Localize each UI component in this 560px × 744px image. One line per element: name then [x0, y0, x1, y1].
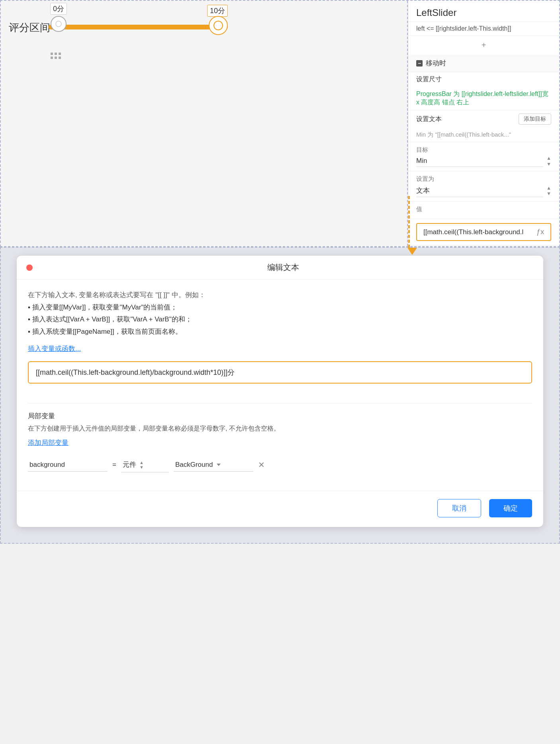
slider-left-handle[interactable]	[51, 16, 67, 32]
action-row: 删除 完成	[408, 245, 559, 246]
panel-title: LeftSlider	[408, 1, 559, 22]
slider-right-handle[interactable]	[209, 16, 228, 35]
setto-field-group: 设置为 文本 ▲ ▼	[408, 171, 559, 202]
right-panel: LeftSlider left <= [[rightslider.left-Th…	[408, 1, 559, 246]
preview-row: Min 为 "[[math.ceil((This.left-back..."	[408, 128, 559, 142]
fx-button[interactable]: ƒx	[537, 228, 544, 236]
var-row: = 元件 ▲ ▼ BackGround ✕	[28, 454, 532, 476]
slider-track: 0分 10分	[49, 25, 228, 29]
modal-overlay: 编辑文本 在下方输入文本, 变量名称或表达式要写在 "[[ ]]" 中。例如： …	[0, 247, 560, 544]
set-text-row: 设置文本 添加目标	[408, 110, 559, 128]
modal-title: 编辑文本	[33, 262, 534, 273]
expression-input[interactable]: [[math.ceil((This.left-background.left)/…	[28, 361, 532, 384]
select-arrows: ▲ ▼	[139, 460, 144, 470]
value-box-highlighted[interactable]: [[math.ceil((This.left-background.l ƒx	[416, 223, 551, 241]
target-value[interactable]: Min	[416, 155, 543, 167]
handle-dots	[51, 53, 62, 60]
score-label: 评分区间	[9, 21, 50, 35]
value-text: [[math.ceil((This.left-background.l	[423, 228, 533, 236]
target-arrow-up[interactable]: ▲	[546, 155, 551, 161]
expression-empty-line	[28, 388, 532, 403]
modal-instruction: 在下方输入文本, 变量名称或表达式要写在 "[[ ]]" 中。例如： ▪ 插入变…	[28, 289, 532, 338]
confirm-button[interactable]: 确定	[489, 499, 532, 517]
setto-arrow-down[interactable]: ▼	[546, 191, 551, 196]
add-var-link[interactable]: 添加局部变量	[28, 438, 532, 447]
equals-sign: =	[112, 461, 116, 469]
value-field-group: 值	[408, 202, 559, 219]
progressbar-row: ProgressBar 为 [[rightslider.left-leftsli…	[408, 87, 559, 110]
cancel-button[interactable]: 取消	[437, 499, 481, 517]
add-target-button[interactable]: 添加目标	[519, 114, 551, 125]
plus-icon-top[interactable]: +	[408, 36, 559, 55]
slider-container: 0分 10分	[49, 13, 228, 29]
setto-arrow-up[interactable]: ▲	[546, 185, 551, 191]
modal-body: 在下方输入文本, 变量名称或表达式要写在 "[[ ]]" 中。例如： ▪ 插入变…	[17, 280, 543, 491]
constraint-row: left <= [[rightslider.left-This.width]]	[408, 22, 559, 36]
modal-header: 编辑文本	[17, 256, 543, 280]
chevron-down-icon	[217, 464, 221, 466]
modal-dialog: 编辑文本 在下方输入文本, 变量名称或表达式要写在 "[[ ]]" 中。例如： …	[17, 256, 543, 527]
local-var-desc: 在下方创建用于插入元件值的局部变量，局部变量名称必须是字母数字, 不允许包含空格…	[28, 423, 532, 434]
local-var-section-label: 局部变量	[28, 411, 532, 421]
insert-var-link[interactable]: 插入变量或函数...	[28, 344, 532, 353]
set-size-sub: 设置尺寸	[408, 72, 559, 87]
slider-min-label: 0分	[50, 3, 67, 15]
var-type-select[interactable]: 元件 ▲ ▼	[121, 458, 169, 472]
var-name-input[interactable]	[28, 458, 108, 472]
slider-max-label: 10分	[207, 5, 228, 17]
target-arrow-down[interactable]: ▼	[546, 161, 551, 167]
target-field-group: 目标 Min ▲ ▼	[408, 142, 559, 171]
modal-close-button[interactable]	[26, 264, 33, 271]
var-delete-button[interactable]: ✕	[258, 460, 265, 470]
collapse-icon[interactable]: −	[416, 60, 423, 67]
svg-point-0	[56, 21, 61, 27]
setto-value[interactable]: 文本	[416, 184, 543, 197]
modal-footer: 取消 确定	[17, 491, 543, 527]
dashed-arrow	[408, 196, 410, 260]
canvas-area: 评分区间 0分 10分	[1, 1, 408, 246]
svg-point-1	[214, 21, 223, 30]
move-section-header: − 移动时	[408, 55, 559, 72]
var-value-select[interactable]: BackGround	[174, 458, 253, 472]
